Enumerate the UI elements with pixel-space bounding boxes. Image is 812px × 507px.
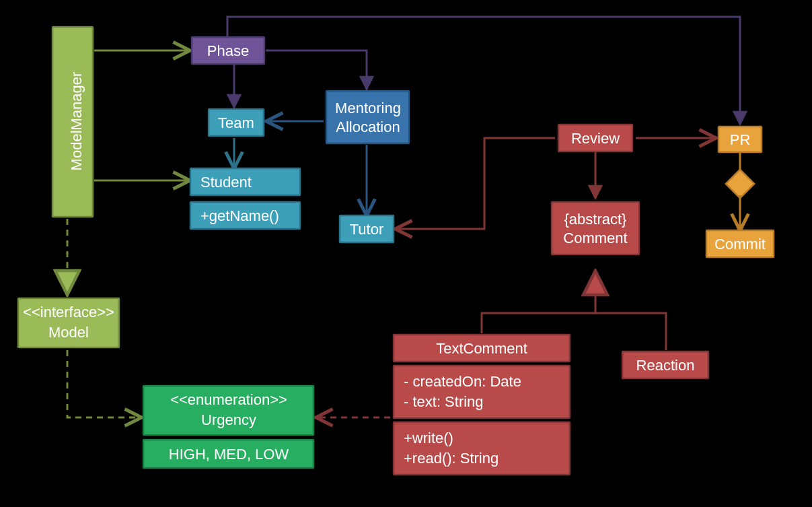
urgency-label: Urgency bbox=[201, 411, 256, 428]
comment-l1: {abstract} bbox=[564, 211, 627, 228]
aggregation-diamond bbox=[726, 170, 754, 198]
model-stereotype: <<interface>> bbox=[23, 304, 114, 320]
commit-label: Commit bbox=[714, 236, 766, 252]
textcomment-m2: +read(): String bbox=[404, 450, 499, 467]
modelmanager-label: ModelManager bbox=[68, 72, 85, 171]
mentoring-l2: Allocation bbox=[336, 119, 400, 135]
phase-label: Phase bbox=[207, 42, 249, 59]
textcomment-attr2: - text: String bbox=[404, 393, 484, 410]
tutor-label: Tutor bbox=[350, 221, 384, 238]
pr-label: PR bbox=[730, 131, 751, 148]
node-mentoring bbox=[326, 91, 409, 143]
textcomment-label: TextComment bbox=[436, 340, 527, 357]
mentoring-l1: Mentoring bbox=[335, 100, 401, 116]
edge-phase-mentoring bbox=[266, 50, 367, 90]
edge-phase-pr bbox=[227, 17, 740, 125]
model-label: Model bbox=[48, 324, 89, 341]
node-student: Student +getName() bbox=[190, 168, 300, 229]
review-label: Review bbox=[571, 130, 620, 147]
node-comment bbox=[552, 202, 639, 255]
edge-textcomment-comment bbox=[482, 273, 595, 333]
node-urgency: <<enumeration>> Urgency HIGH, MED, LOW bbox=[143, 386, 313, 468]
uml-diagram: ModelManager <<interface>> Model <<enume… bbox=[0, 0, 812, 507]
edge-model-urgency bbox=[67, 350, 140, 417]
edge-review-tutor bbox=[397, 138, 555, 229]
student-label: Student bbox=[200, 174, 252, 191]
student-method: +getName() bbox=[200, 207, 279, 224]
urgency-stereotype: <<enumeration>> bbox=[170, 391, 287, 408]
edge-reaction-comment bbox=[595, 313, 666, 350]
comment-l2: Comment bbox=[563, 230, 627, 246]
textcomment-attr1: - createdOn: Date bbox=[404, 373, 521, 390]
team-label: Team bbox=[218, 114, 254, 131]
urgency-values: HIGH, MED, LOW bbox=[169, 446, 289, 463]
textcomment-m1: +write() bbox=[404, 430, 453, 446]
reaction-label: Reaction bbox=[636, 357, 695, 374]
node-textcomment: TextComment - createdOn: Date - text: St… bbox=[394, 335, 570, 475]
